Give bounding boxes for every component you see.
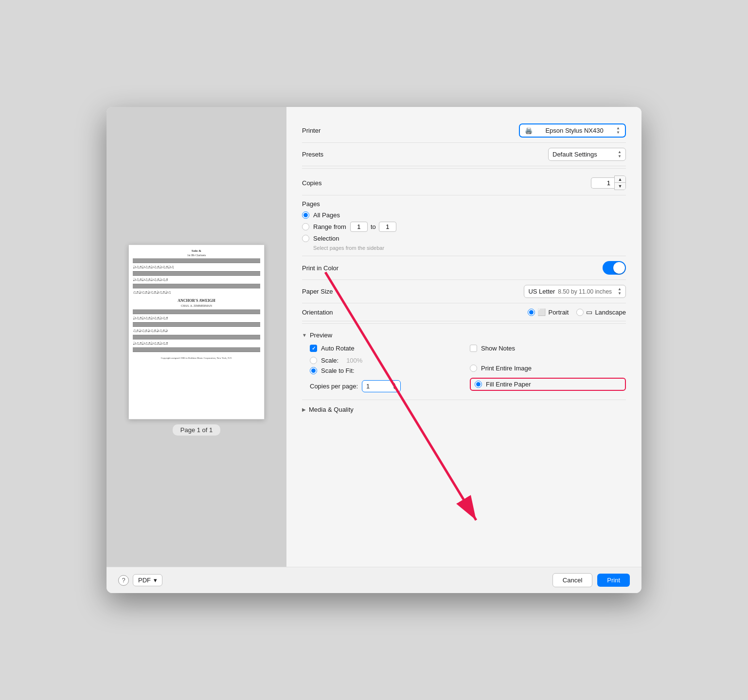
copies-per-page-stepper-icon: ▲ ▼ — [392, 382, 396, 390]
selection-label: Selection — [313, 235, 339, 242]
media-quality-label: Media & Quality — [309, 406, 354, 413]
printer-row: Printer 🖨️ Epson Stylus NX430 ▲ ▼ — [302, 119, 626, 143]
all-pages-label: All Pages — [313, 211, 340, 219]
all-pages-row[interactable]: All Pages — [302, 211, 626, 219]
bottom-bar: ? PDF ▾ Cancel Print — [286, 567, 641, 568]
pages-label: Pages — [302, 200, 626, 208]
landscape-icon: ▭ — [586, 308, 592, 316]
scale-row[interactable]: Scale: 100% — [310, 357, 466, 364]
paper-size-details: 8.50 by 11.00 inches — [558, 288, 612, 295]
preview-section-header[interactable]: ▼ Preview — [302, 332, 626, 339]
print-color-toggle[interactable] — [603, 261, 626, 275]
show-notes-row[interactable]: Show Notes — [470, 345, 626, 352]
range-inputs: 1 to 1 — [350, 222, 396, 232]
portrait-radio[interactable] — [528, 309, 535, 316]
show-notes-checkbox[interactable] — [470, 345, 477, 352]
preview-two-col: Auto Rotate Scale: 100% Sc — [310, 345, 626, 394]
portrait-label: Portrait — [548, 309, 569, 316]
copies-control: 1 ▲ ▼ — [380, 175, 626, 190]
range-from-label: Range from — [313, 223, 346, 230]
settings-panel: Printer 🖨️ Epson Stylus NX430 ▲ ▼ Preset… — [286, 107, 641, 568]
preview-options: Auto Rotate Scale: 100% Sc — [302, 345, 626, 394]
paper-size-label: Paper Size — [302, 288, 380, 295]
media-quality-header[interactable]: ▶ Media & Quality — [302, 406, 626, 413]
copies-stepper: 1 ▲ ▼ — [591, 175, 626, 190]
copies-input[interactable]: 1 — [591, 177, 614, 189]
preview-section-label: Preview — [310, 332, 332, 339]
preview-left-col: Auto Rotate Scale: 100% Sc — [310, 345, 466, 392]
landscape-radio[interactable] — [576, 309, 584, 316]
presets-stepper-icon: ▲ ▼ — [618, 150, 622, 158]
presets-row: Presets Default Settings ▲ ▼ — [302, 143, 626, 166]
range-from-input[interactable]: 1 — [350, 222, 368, 232]
fill-paper-row[interactable]: Fill Entire Paper — [470, 378, 626, 391]
presets-control: Default Settings ▲ ▼ — [380, 148, 626, 161]
paper-size-value: US Letter — [528, 288, 555, 295]
copies-label: Copies — [302, 179, 380, 187]
preview-right-col: Show Notes Print Entire Image — [470, 345, 626, 394]
show-notes-label: Show Notes — [481, 345, 515, 352]
preview-section: ▼ Preview Auto Rotate — [302, 326, 626, 400]
printer-label: Printer — [302, 127, 380, 134]
print-entire-label: Print Entire Image — [481, 365, 532, 372]
auto-rotate-row[interactable]: Auto Rotate — [310, 345, 466, 352]
selection-radio[interactable] — [302, 235, 309, 242]
printer-value: Epson Stylus NX430 — [545, 127, 603, 134]
paper-size-stepper-icon: ▲ ▼ — [618, 287, 622, 296]
preview-panel: Solo & 1st Bb Clarinets ♩♪♫♬♩♪♫♬♩♪♫♬♩♪♫♬… — [107, 107, 286, 568]
auto-rotate-label: Auto Rotate — [321, 345, 355, 352]
fill-paper-label: Fill Entire Paper — [486, 381, 531, 388]
scale-label: Scale: — [321, 357, 338, 364]
media-quality-expand-arrow: ▶ — [302, 407, 306, 412]
landscape-option[interactable]: ▭ Landscape — [576, 308, 626, 316]
scale-radio[interactable] — [310, 357, 317, 364]
copies-row: Copies 1 ▲ ▼ — [302, 171, 626, 195]
range-row[interactable]: Range from 1 to 1 — [302, 222, 626, 232]
preview-collapse-arrow: ▼ — [302, 332, 307, 338]
selection-row[interactable]: Selection — [302, 235, 626, 242]
selection-hint: Select pages from the sidebar — [313, 245, 626, 251]
presets-select[interactable]: Default Settings ▲ ▼ — [548, 148, 626, 161]
copies-stepper-buttons: ▲ ▼ — [614, 175, 626, 190]
printer-select[interactable]: 🖨️ Epson Stylus NX430 ▲ ▼ — [519, 123, 626, 138]
copies-per-page-row: Copies per page: 1 ▲ ▼ — [310, 380, 466, 392]
range-radio[interactable] — [302, 223, 309, 230]
orientation-options: ⬜ Portrait ▭ Landscape — [528, 308, 626, 316]
page-indicator: Page 1 of 1 — [173, 424, 221, 436]
printer-icon: 🖨️ — [525, 127, 533, 134]
scale-to-fit-label: Scale to Fit: — [321, 367, 355, 374]
range-to-input[interactable]: 1 — [379, 222, 396, 232]
presets-label: Presets — [302, 151, 380, 158]
auto-rotate-checkbox[interactable] — [310, 345, 317, 352]
landscape-label: Landscape — [595, 309, 626, 316]
scale-to-fit-row[interactable]: Scale to Fit: — [310, 367, 466, 374]
print-color-label: Print in Color — [302, 264, 380, 272]
scale-value: 100% — [346, 357, 362, 364]
scale-fit-options: Print Entire Image Fill Entire Paper — [470, 365, 626, 394]
portrait-icon: ⬜ — [537, 308, 546, 316]
copies-per-page-label: Copies per page: — [310, 383, 358, 390]
paper-size-select[interactable]: US Letter 8.50 by 11.00 inches ▲ ▼ — [524, 285, 626, 298]
fill-paper-radio[interactable] — [475, 381, 482, 388]
orientation-row: Orientation ⬜ Portrait ▭ Landscape — [302, 303, 626, 321]
copies-per-page-select[interactable]: 1 ▲ ▼ — [362, 380, 401, 392]
pages-section: Pages All Pages Range from 1 to 1 — [302, 195, 626, 256]
print-color-control — [380, 261, 626, 275]
orientation-control: ⬜ Portrait ▭ Landscape — [380, 308, 626, 316]
copies-per-page-value: 1 — [366, 383, 370, 390]
presets-value: Default Settings — [552, 151, 597, 158]
printer-stepper-icon: ▲ ▼ — [616, 126, 620, 135]
all-pages-radio[interactable] — [302, 211, 309, 219]
print-entire-radio[interactable] — [470, 365, 477, 372]
orientation-label: Orientation — [302, 309, 380, 316]
copies-increment-button[interactable]: ▲ — [615, 176, 625, 183]
scale-to-fit-radio[interactable] — [310, 367, 317, 374]
print-color-row: Print in Color — [302, 256, 626, 280]
paper-size-control: US Letter 8.50 by 11.00 inches ▲ ▼ — [380, 285, 626, 298]
print-entire-row[interactable]: Print Entire Image — [470, 365, 626, 372]
printer-control: 🖨️ Epson Stylus NX430 ▲ ▼ — [380, 123, 626, 138]
copies-decrement-button[interactable]: ▼ — [615, 183, 625, 190]
page-preview: Solo & 1st Bb Clarinets ♩♪♫♬♩♪♫♬♩♪♫♬♩♪♫♬… — [128, 245, 265, 420]
portrait-option[interactable]: ⬜ Portrait — [528, 308, 569, 316]
paper-size-row: Paper Size US Letter 8.50 by 11.00 inche… — [302, 280, 626, 303]
